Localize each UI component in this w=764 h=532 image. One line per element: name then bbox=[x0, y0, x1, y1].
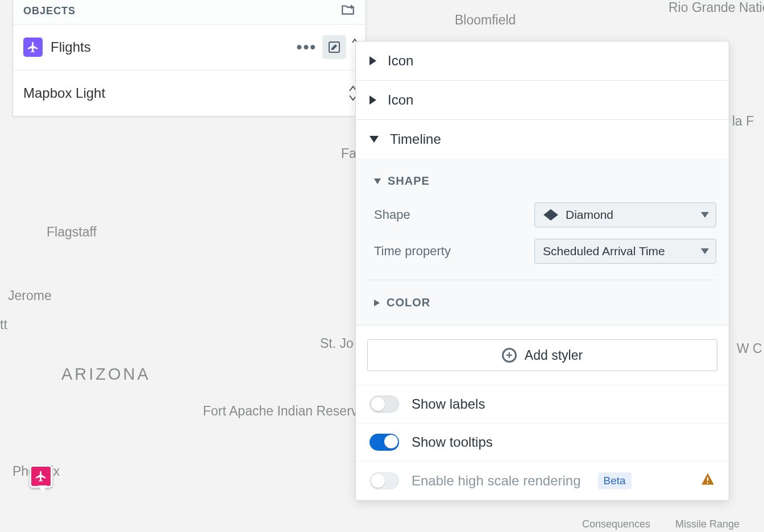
section-label: Icon bbox=[388, 53, 413, 69]
edit-style-button[interactable] bbox=[322, 35, 346, 59]
airplane-icon bbox=[23, 38, 43, 57]
show-labels-row: Show labels bbox=[356, 385, 729, 423]
caret-down-icon bbox=[369, 136, 379, 143]
caret-right-icon bbox=[369, 56, 376, 65]
map-marker-flights[interactable] bbox=[30, 465, 52, 488]
map-label: Flagstaff bbox=[47, 225, 97, 240]
high-scale-row: Enable high scale rendering Beta bbox=[356, 461, 729, 500]
time-property-select[interactable]: Scheduled Arrival Time bbox=[534, 239, 716, 264]
caret-down-icon bbox=[374, 178, 381, 184]
toggle-label: Enable high scale rendering bbox=[412, 473, 581, 489]
map-label: W C bbox=[737, 341, 762, 356]
section-icon-1[interactable]: Icon bbox=[356, 41, 729, 81]
show-labels-toggle[interactable] bbox=[369, 396, 399, 413]
chevron-down-icon bbox=[701, 212, 709, 218]
section-label: Timeline bbox=[390, 131, 441, 147]
layer-mapbox-light[interactable]: Mapbox Light bbox=[13, 70, 366, 116]
map-label: la F bbox=[732, 114, 754, 129]
select-value: Scheduled Arrival Time bbox=[543, 244, 665, 258]
layer-label: Flights bbox=[51, 39, 91, 55]
airplane-icon bbox=[35, 470, 47, 483]
layers-panel-title: OBJECTS bbox=[23, 5, 76, 17]
subsection-label: SHAPE bbox=[388, 174, 430, 188]
map-label: St. Jo bbox=[320, 336, 354, 351]
subsection-label: COLOR bbox=[387, 296, 430, 309]
map-label: Consequences bbox=[582, 518, 650, 530]
shape-select[interactable]: Diamond bbox=[534, 202, 716, 227]
field-label: Shape bbox=[374, 207, 410, 222]
map-label: Fa bbox=[341, 146, 356, 161]
style-settings-panel: Icon Icon Timeline SHAPE Shape Diamond T… bbox=[355, 41, 729, 501]
svg-rect-1 bbox=[707, 477, 708, 481]
chevron-down-icon bbox=[701, 248, 709, 254]
time-property-row: Time property Scheduled Arrival Time bbox=[368, 233, 716, 269]
section-icon-2[interactable]: Icon bbox=[356, 81, 729, 120]
field-label: Time property bbox=[374, 244, 451, 259]
beta-badge: Beta bbox=[598, 472, 632, 489]
map-label: Rio Grande National M bbox=[668, 0, 764, 15]
add-styler-button[interactable]: + Add styler bbox=[367, 339, 717, 371]
more-icon[interactable]: ••• bbox=[297, 38, 317, 56]
new-folder-icon[interactable] bbox=[341, 3, 355, 18]
show-tooltips-toggle[interactable] bbox=[369, 434, 399, 451]
section-timeline[interactable]: Timeline bbox=[356, 120, 729, 159]
caret-right-icon bbox=[369, 95, 376, 105]
map-label: Missile Range bbox=[675, 518, 740, 530]
map-label: tt bbox=[0, 317, 7, 332]
shape-row: Shape Diamond bbox=[368, 197, 716, 233]
diamond-icon bbox=[541, 211, 561, 219]
toggle-label: Show tooltips bbox=[412, 434, 493, 450]
caret-right-icon bbox=[374, 300, 380, 306]
plus-circle-icon: + bbox=[502, 348, 517, 363]
show-tooltips-row: Show tooltips bbox=[356, 423, 729, 461]
select-value: Diamond bbox=[566, 208, 613, 222]
timeline-body: SHAPE Shape Diamond Time property Schedu… bbox=[356, 159, 729, 326]
svg-rect-2 bbox=[707, 482, 708, 483]
toggle-label: Show labels bbox=[412, 396, 485, 412]
layers-panel-header: OBJECTS bbox=[13, 0, 366, 24]
map-label: ARIZONA bbox=[61, 365, 151, 384]
shape-subsection-header[interactable]: SHAPE bbox=[368, 159, 716, 197]
high-scale-toggle[interactable] bbox=[369, 472, 399, 489]
layer-flights[interactable]: Flights ••• bbox=[13, 24, 366, 70]
section-label: Icon bbox=[388, 92, 413, 108]
map-label: Jerome bbox=[8, 288, 52, 304]
layer-label: Mapbox Light bbox=[23, 85, 105, 101]
color-subsection-header[interactable]: COLOR bbox=[368, 280, 716, 309]
map-label: Bloomfield bbox=[455, 13, 516, 28]
layers-panel: OBJECTS Flights ••• Mapbox Light bbox=[13, 0, 366, 117]
button-label: Add styler bbox=[525, 348, 583, 363]
warning-icon[interactable] bbox=[700, 472, 715, 490]
